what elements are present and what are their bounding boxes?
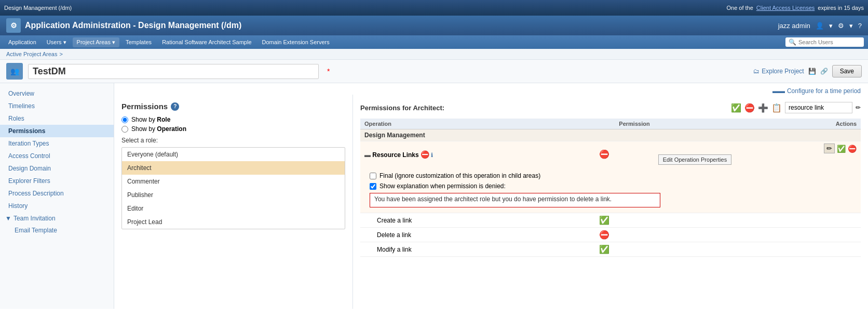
nav-project-areas[interactable]: Project Areas ▾ <box>73 37 119 47</box>
perm-deny-icon[interactable]: ⛔ <box>744 103 755 113</box>
radio-group: Show by Role Show by Operation <box>121 116 345 133</box>
radio-show-by-operation-label: Show by Operation <box>131 125 186 133</box>
nav-domain[interactable]: Domain Extension Servers <box>258 37 334 47</box>
edit-operation-button[interactable]: ✏ <box>824 144 835 153</box>
resource-deny-badge: ⛔ <box>421 150 429 159</box>
col-actions: Actions <box>654 119 861 129</box>
role-publisher[interactable]: Publisher <box>122 188 345 202</box>
resource-action-icons: ✏ ✅ ⛔ <box>658 144 857 153</box>
create-link-label: Create a link <box>360 213 555 228</box>
perm-add-icon[interactable]: ➕ <box>758 103 768 113</box>
perms-for-label: Permissions for Architect: <box>360 104 444 112</box>
sidebar-item-permissions[interactable]: Permissions <box>0 125 114 137</box>
collapse-icon[interactable]: ▬ <box>364 151 371 159</box>
select-role-label: Select a role: <box>121 137 345 144</box>
radio-show-by-role[interactable] <box>121 116 128 123</box>
search-box[interactable]: 🔍 <box>785 37 864 47</box>
help-icon[interactable]: ? <box>858 22 862 30</box>
create-link-actions <box>654 213 861 228</box>
col-permission: Permission <box>555 119 654 129</box>
configure-time-bar: ▬▬ Configure for a time period <box>114 83 868 95</box>
nav-bar: Application Users ▾ Project Areas ▾ Temp… <box>0 35 868 49</box>
app-icon: ⚙ <box>6 18 21 33</box>
role-project-lead[interactable]: Project Lead <box>122 215 345 229</box>
sidebar-item-history[interactable]: History <box>0 200 114 212</box>
perm-copy-icon[interactable]: 📋 <box>771 103 782 113</box>
sidebar-group-team-invitation[interactable]: ▼ Team Invitation <box>0 212 114 225</box>
explanation-row: Show explanation when permission is deni… <box>370 182 851 190</box>
triangle-icon: ▼ <box>5 215 11 222</box>
top-bar-license: One of the Client Access Licenses expire… <box>726 5 864 11</box>
user-name: jazz admin <box>778 22 810 30</box>
download-icon[interactable]: 💾 <box>808 68 816 75</box>
required-star: * <box>327 67 330 75</box>
expand-content: Final (ignore customization of this oper… <box>364 169 857 211</box>
search-input[interactable] <box>798 39 861 45</box>
nav-templates[interactable]: Templates <box>121 37 156 47</box>
sidebar-item-roles[interactable]: Roles <box>0 112 114 125</box>
action-deny-icon[interactable]: ⛔ <box>848 145 857 153</box>
license-link[interactable]: Client Access Licenses <box>756 5 815 11</box>
resource-links-label: Resource Links <box>372 151 418 159</box>
permissions-help-icon[interactable]: ? <box>171 102 179 111</box>
perms-header: Permissions for Architect: ✅ ⛔ ➕ 📋 ✏ <box>360 102 861 113</box>
resource-link-input[interactable] <box>785 102 852 113</box>
radio-show-by-operation[interactable] <box>121 126 128 133</box>
perms-panel: Permissions for Architect: ✅ ⛔ ➕ 📋 ✏ Ope… <box>353 95 868 309</box>
project-name-input[interactable] <box>28 64 319 79</box>
explanation-textbox[interactable]: You have been assigned the architect rol… <box>370 193 660 207</box>
settings-icon[interactable]: ⚙ <box>838 22 844 30</box>
dropdown-icon[interactable]: ▾ <box>829 22 833 30</box>
top-bar: Design Management (/dm) One of the Clien… <box>0 0 868 16</box>
nav-users[interactable]: Users ▾ <box>43 37 71 47</box>
delete-link-label: Delete a link <box>360 228 555 242</box>
nav-rational[interactable]: Rational Software Architect Sample <box>158 37 255 47</box>
show-explanation-label: Show explanation when permission is deni… <box>379 182 506 190</box>
explore-project-button[interactable]: 🗂 Explore Project <box>753 68 804 75</box>
permissions-title: Permissions ? <box>121 102 345 111</box>
resource-permission-cell: ⛔ <box>555 141 654 167</box>
app-title: Application Administration - Design Mana… <box>25 21 241 30</box>
breadcrumb: Active Project Areas > <box>0 49 868 60</box>
perms-actions: ✅ ⛔ ➕ 📋 ✏ <box>731 102 861 113</box>
nav-application[interactable]: Application <box>4 37 40 47</box>
roles-panel: Permissions ? Show by Role Show by Opera… <box>114 95 353 309</box>
create-link-icon: ✅ <box>599 216 609 225</box>
sidebar-item-design-domain[interactable]: Design Domain <box>0 162 114 175</box>
sidebar-item-overview[interactable]: Overview <box>0 87 114 100</box>
sidebar-item-explorer-filters[interactable]: Explorer Filters <box>0 175 114 187</box>
delete-link-icon: ⛔ <box>599 230 609 239</box>
save-button[interactable]: Save <box>832 65 862 77</box>
edit-resource-icon[interactable]: ✏ <box>856 104 861 111</box>
roles-list: Everyone (default) Architect Commenter P… <box>121 147 345 229</box>
project-bar-right: 🗂 Explore Project 💾 🔗 Save <box>753 65 862 77</box>
delete-link-actions <box>654 228 861 242</box>
role-everyone[interactable]: Everyone (default) <box>122 148 345 161</box>
resource-expanded-row: Final (ignore customization of this oper… <box>360 167 861 213</box>
role-editor[interactable]: Editor <box>122 202 345 215</box>
breadcrumb-link[interactable]: Active Project Areas <box>6 51 57 57</box>
role-architect[interactable]: Architect <box>122 161 345 175</box>
action-allow-icon[interactable]: ✅ <box>837 145 846 153</box>
dropdown-settings-icon[interactable]: ▾ <box>849 22 853 30</box>
sidebar-item-iteration-types[interactable]: Iteration Types <box>0 137 114 150</box>
sidebar-item-email-template[interactable]: Email Template <box>0 225 114 236</box>
modify-link-label: Modify a link <box>360 242 555 257</box>
role-commenter[interactable]: Commenter <box>122 175 345 188</box>
modify-link-permission: ✅ <box>555 242 654 257</box>
configure-time-link[interactable]: Configure for a time period <box>787 87 861 95</box>
edit-operation-tooltip: Edit Operation Properties <box>658 154 732 165</box>
time-icon: ▬▬ <box>772 87 785 95</box>
info-icon[interactable]: ℹ <box>431 152 433 158</box>
show-explanation-checkbox[interactable] <box>370 183 376 190</box>
dropdown-icon: ▾ <box>63 39 66 46</box>
sidebar-item-timelines[interactable]: Timelines <box>0 100 114 112</box>
perm-allow-icon[interactable]: ✅ <box>731 103 741 113</box>
sidebar-item-access-control[interactable]: Access Control <box>0 150 114 162</box>
final-label: Final (ignore customization of this oper… <box>379 172 540 179</box>
link-icon[interactable]: 🔗 <box>820 68 828 75</box>
project-bar: 👥 * 🗂 Explore Project 💾 🔗 Save <box>0 60 868 83</box>
sidebar-item-process-description[interactable]: Process Description <box>0 187 114 200</box>
final-checkbox[interactable] <box>370 173 376 179</box>
sidebar: Overview Timelines Roles Permissions Ite… <box>0 83 114 309</box>
